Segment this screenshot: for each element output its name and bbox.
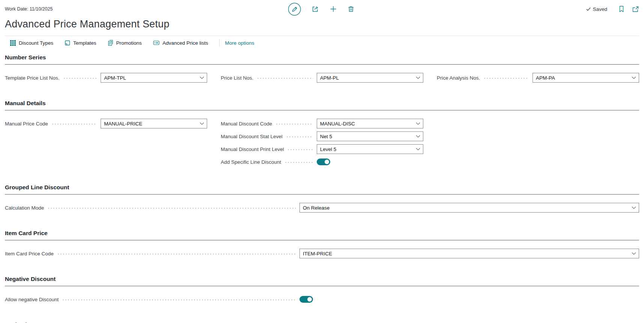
combobox-value: MANUAL-PRICE <box>104 121 142 127</box>
field-label: Calculation Mode <box>5 205 44 211</box>
field-label: Manual Discount Code <box>221 121 272 127</box>
field-label: Template Price List Nos. <box>5 75 60 81</box>
field-row: Price List Nos. APM-PL <box>221 73 423 83</box>
chevron-down-icon[interactable] <box>416 148 420 151</box>
field-label: Add Specific Line Discount <box>221 159 281 165</box>
field-label: Manual Discount Stat Level <box>221 134 282 139</box>
dotted-leader <box>275 124 313 125</box>
work-date: Work Date: 11/10/2025 <box>5 6 53 12</box>
toolbar-item-label: Promotions <box>116 40 142 46</box>
allow-negative-discount-toggle[interactable] <box>299 296 313 303</box>
price-list-nos-combobox[interactable]: APM-PL <box>317 73 423 83</box>
share-button[interactable] <box>311 5 319 13</box>
save-status: Saved <box>586 6 607 12</box>
check-icon <box>586 6 591 12</box>
toolbar-item-promotions[interactable]: Promotions <box>108 40 142 46</box>
field-row: Manual Discount Code MANUAL-DISC <box>221 119 423 128</box>
field-row: Manual Discount Print Level Level 5 <box>221 144 423 154</box>
section-manual-details: Manual Details Manual Price Code MANUAL-… <box>5 100 639 167</box>
combobox-value: APM-PA <box>536 75 555 81</box>
delete-button[interactable] <box>347 5 355 13</box>
section-title: Packaging Management <box>5 321 639 323</box>
dotted-leader <box>51 124 97 125</box>
section-negative-discount: Negative Discount Allow negative Discoun… <box>5 276 639 304</box>
action-toolbar: Discount Types Templates Promotions <box>5 36 639 49</box>
window-actions <box>618 6 639 12</box>
section-item-card-price: Item Card Price Item Card Price Code ITE… <box>5 230 639 258</box>
toolbar-item-templates[interactable]: Templates <box>65 40 96 46</box>
section-body: Template Price List Nos. APM-TPL Price L… <box>5 73 639 83</box>
item-card-price-code-combobox[interactable]: ITEM-PRICE <box>299 249 639 258</box>
template-price-list-nos-combobox[interactable]: APM-TPL <box>101 73 207 83</box>
toolbar-item-label: Advanced Price lists <box>163 40 208 46</box>
field-row: Add Specific Line Discount <box>221 157 423 167</box>
combobox-value: MANUAL-DISC <box>320 121 355 127</box>
open-in-new-window-icon <box>632 6 639 12</box>
chevron-down-icon[interactable] <box>632 252 636 255</box>
edit-pencil-icon <box>288 3 301 16</box>
new-button[interactable] <box>330 5 337 13</box>
advanced-price-management-setup-page: Work Date: 11/10/2025 <box>0 0 644 323</box>
grid-icon <box>10 40 16 46</box>
field-row: Allow negative Discount <box>5 294 639 304</box>
field-label: Manual Price Code <box>5 121 48 127</box>
more-options-button[interactable]: More options <box>225 40 254 46</box>
toggle-slot <box>317 158 423 165</box>
section-title: Negative Discount <box>5 276 639 286</box>
manual-price-code-combobox[interactable]: MANUAL-PRICE <box>101 119 207 128</box>
section-packaging-management: Packaging Management Packaging Quantity … <box>5 321 639 323</box>
dotted-leader <box>62 299 296 300</box>
template-icon <box>65 40 70 46</box>
chevron-down-icon[interactable] <box>416 135 420 138</box>
section-number-series: Number Series Template Price List Nos. A… <box>5 54 639 83</box>
price-analysis-nos-combobox[interactable]: APM-PA <box>533 73 639 83</box>
dotted-leader <box>57 254 296 255</box>
field-row: Manual Discount Stat Level Net 5 <box>221 131 423 141</box>
chevron-down-icon[interactable] <box>632 206 636 209</box>
add-specific-line-discount-toggle[interactable] <box>317 158 330 165</box>
dotted-leader <box>47 208 296 209</box>
dotted-leader <box>63 78 97 79</box>
toolbar-item-label: Discount Types <box>19 40 53 46</box>
section-body: Manual Price Code MANUAL-PRICE Manual Di… <box>5 119 639 167</box>
manual-discount-print-level-combobox[interactable]: Level 5 <box>317 144 423 154</box>
section-body: Item Card Price Code ITEM-PRICE <box>5 249 639 258</box>
toolbar-item-discount-types[interactable]: Discount Types <box>10 40 53 46</box>
page-actions <box>288 0 355 18</box>
save-status-area: Saved <box>586 6 639 12</box>
chevron-down-icon[interactable] <box>416 76 420 79</box>
combobox-value: Net 5 <box>320 134 332 139</box>
calculation-mode-combobox[interactable]: On Release <box>299 203 639 213</box>
combobox-value: ITEM-PRICE <box>303 251 332 257</box>
dotted-leader <box>284 162 313 163</box>
section-title: Item Card Price <box>5 230 639 240</box>
section-grouped-line-discount: Grouped Line Discount Calculation Mode O… <box>5 184 639 213</box>
bookmark-button[interactable] <box>618 6 624 12</box>
chevron-down-icon[interactable] <box>632 76 636 79</box>
chevron-down-icon[interactable] <box>416 122 420 125</box>
edit-button[interactable] <box>288 3 301 16</box>
toolbar-item-label: Templates <box>73 40 96 46</box>
dotted-leader <box>287 149 313 150</box>
field-label: Price List Nos. <box>221 75 253 81</box>
open-in-new-window-button[interactable] <box>632 6 639 12</box>
field-row: Calculation Mode On Release <box>5 203 639 213</box>
toggle-knob <box>325 160 329 164</box>
price-list-icon <box>153 40 159 45</box>
dotted-leader <box>483 78 529 79</box>
manual-discount-code-combobox[interactable]: MANUAL-DISC <box>317 119 423 128</box>
promotions-icon <box>108 40 113 46</box>
manual-discount-stat-level-combobox[interactable]: Net 5 <box>317 131 423 141</box>
combobox-value: Level 5 <box>320 146 337 152</box>
section-title: Number Series <box>5 54 639 65</box>
chevron-down-icon[interactable] <box>200 76 204 79</box>
field-label: Item Card Price Code <box>5 251 54 257</box>
bookmark-icon <box>618 6 624 12</box>
top-bar: Work Date: 11/10/2025 <box>5 0 639 18</box>
chevron-down-icon[interactable] <box>200 122 204 125</box>
combobox-value: On Release <box>303 205 330 211</box>
plus-icon <box>330 5 337 13</box>
page-title: Advanced Price Management Setup <box>5 18 639 30</box>
field-label: Price Analysis Nos. <box>437 75 480 81</box>
toolbar-item-advanced-price-lists[interactable]: Advanced Price lists <box>153 40 208 46</box>
